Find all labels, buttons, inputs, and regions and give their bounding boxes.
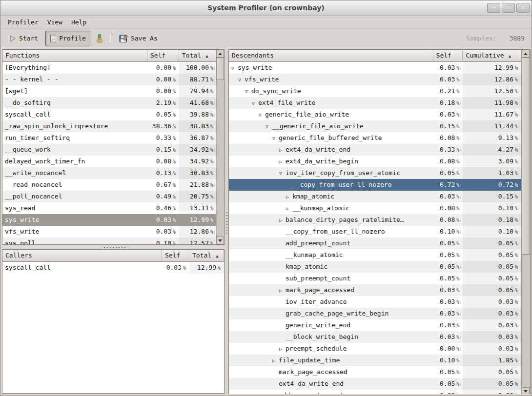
tree-row[interactable]: ▷ext4_da_write_end0.33%4.27% xyxy=(229,144,521,156)
titlebar[interactable]: System Profiler (on crownbay) – □ ✕ xyxy=(0,0,532,16)
tree-row[interactable]: ▽do_sync_write0.21%12.50% xyxy=(229,85,521,97)
tree-row[interactable]: ▷balance_dirty_pages_ratelimite…0.08%0.1… xyxy=(229,214,521,226)
tree-row[interactable]: ▽sys_write0.03%12.99% xyxy=(229,62,521,74)
menu-view[interactable]: View xyxy=(43,17,67,27)
table-row[interactable]: __poll_nocancel0.49%20.75% xyxy=(2,191,224,202)
expander-closed-icon[interactable]: ▷ xyxy=(279,144,286,156)
percent-cell: 0.08% xyxy=(147,156,179,167)
self-column-header[interactable]: Self xyxy=(147,50,179,62)
tree-row[interactable]: ▽vfs_write0.03%12.86% xyxy=(229,74,521,85)
tree-row[interactable]: kmap_atomic0.05%0.05% xyxy=(229,261,521,273)
tree-row[interactable]: ▽generic_file_aio_write0.03%11.67% xyxy=(229,109,521,120)
menu-profiler[interactable]: Profiler xyxy=(3,17,43,27)
expander-closed-icon[interactable]: ▷ xyxy=(286,191,292,202)
table-row[interactable]: __write_nocancel0.13%30.83% xyxy=(2,167,224,179)
start-button[interactable]: Start xyxy=(4,31,42,46)
percent-sign: % xyxy=(173,65,176,71)
descendant-label: iov_iter_copy_from_user_atomic xyxy=(286,169,400,177)
expander-closed-icon[interactable]: ▷ xyxy=(279,285,286,296)
maximize-button[interactable]: □ xyxy=(502,3,515,13)
tree-row[interactable]: __copy_from_user_ll_nozero0.72%0.72% xyxy=(229,179,521,191)
menu-help[interactable]: Help xyxy=(67,17,91,27)
expander-open-icon[interactable]: ▽ xyxy=(231,62,238,74)
percent-cell: 0.46% xyxy=(147,202,179,214)
callers-column-header[interactable]: Callers xyxy=(2,250,162,262)
tree-indent xyxy=(231,128,266,128)
scroll-up-icon[interactable] xyxy=(216,50,224,58)
scroll-down-icon[interactable] xyxy=(216,237,224,244)
expander-closed-icon[interactable]: ▷ xyxy=(279,156,286,167)
self-column-header[interactable]: Self xyxy=(433,50,463,62)
expander-closed-icon[interactable]: ▷ xyxy=(279,343,286,355)
table-row[interactable]: __read_nocancel0.67%21.88% xyxy=(2,179,224,191)
minimize-button[interactable]: – xyxy=(487,3,500,13)
save-as-button[interactable]: Save As xyxy=(115,31,162,46)
expander-open-icon[interactable]: ▽ xyxy=(245,86,251,97)
self-column-header[interactable]: Self xyxy=(162,250,189,262)
tree-row[interactable]: ▽ext4_file_write0.18%11.98% xyxy=(229,97,521,109)
descendants-scrollbar[interactable] xyxy=(521,50,530,395)
expander-open-icon[interactable]: ▽ xyxy=(279,168,286,179)
tree-row[interactable]: ▷preempt_schedule0.00%0.03% xyxy=(229,343,521,355)
tree-row[interactable]: ext4_da_write_end0.05%0.05% xyxy=(229,378,521,390)
tree-row[interactable]: ▽iov_iter_copy_from_user_atomic0.05%1.03… xyxy=(229,167,521,179)
table-row[interactable]: run_timer_softirq0.33%36.87% xyxy=(2,132,224,144)
functions-scrollbar-thumb[interactable] xyxy=(216,58,224,80)
table-row[interactable]: sys_poll0.10%12.57% xyxy=(2,238,224,244)
cumulative-column-header[interactable]: Cumulative▲ xyxy=(463,50,521,62)
tree-row[interactable]: sub_preempt_count0.05%0.05% xyxy=(229,273,521,284)
table-row[interactable]: __queue_work0.15%34.92% xyxy=(2,144,224,156)
tree-row[interactable]: ▽generic_file_buffered_write0.08%9.13% xyxy=(229,132,521,144)
tree-row[interactable]: __block_write_begin0.03%0.03% xyxy=(229,331,521,343)
vertical-pane-splitter[interactable] xyxy=(225,49,228,396)
table-row[interactable]: _raw_spin_unlock_irqrestore38.36%38.83% xyxy=(2,120,224,132)
expander-closed-icon[interactable]: ▷ xyxy=(279,215,286,226)
scroll-up-icon[interactable] xyxy=(522,50,530,58)
tree-row[interactable]: ▽__generic_file_aio_write0.15%11.44% xyxy=(229,120,521,132)
expander-open-icon[interactable]: ▽ xyxy=(259,109,265,120)
table-row[interactable]: delayed_work_timer_fn0.08%34.92% xyxy=(2,156,224,167)
functions-column-header[interactable]: Functions xyxy=(2,50,147,62)
table-row[interactable]: sys_read0.46%13.11% xyxy=(2,202,224,214)
tree-row[interactable]: iov_iter_advance0.03%0.03% xyxy=(229,296,521,308)
table-row[interactable]: [wget]0.00%79.94% xyxy=(2,85,224,97)
descendants-column-header[interactable]: Descendants xyxy=(229,50,433,62)
total-column-header[interactable]: Total▲ xyxy=(179,50,217,62)
expander-open-icon[interactable]: ▽ xyxy=(238,74,245,85)
table-row[interactable]: vfs_write0.03%12.86% xyxy=(2,226,224,238)
tree-row[interactable]: __kunmap_atomic0.05%0.05% xyxy=(229,249,521,261)
total-column-header[interactable]: Total▲ xyxy=(189,250,224,262)
tree-row[interactable]: ▷kmap_atomic0.03%0.15% xyxy=(229,191,521,202)
profile-toggle-button[interactable]: Profile xyxy=(45,31,90,46)
tree-row[interactable]: add_preempt_count0.05%0.05% xyxy=(229,238,521,249)
table-row[interactable]: - - kernel - -0.00%88.71% xyxy=(2,74,224,85)
table-row[interactable]: syscall_call0.05%39.88% xyxy=(2,109,224,120)
tree-row[interactable]: generic_write_end0.03%0.03% xyxy=(229,319,521,331)
tree-row[interactable]: ▷mark_page_accessed0.03%0.05% xyxy=(229,284,521,296)
tree-indent xyxy=(231,350,279,351)
tree-row[interactable]: __copy_from_user_ll_nozero0.10%0.10% xyxy=(229,226,521,238)
tree-row[interactable]: ▷__kunmap_atomic0.08%0.10% xyxy=(229,202,521,214)
table-row[interactable]: [Everything]0.00%100.00% xyxy=(2,62,224,74)
close-button[interactable]: ✕ xyxy=(516,3,530,13)
expander-closed-icon[interactable]: ▷ xyxy=(272,355,279,366)
expander-closed-icon[interactable]: ▷ xyxy=(286,203,292,214)
horizontal-pane-splitter[interactable] xyxy=(2,245,225,249)
function-name: __do_softirq xyxy=(2,97,147,109)
table-row[interactable]: __do_softirq2.19%41.68% xyxy=(2,97,224,109)
tree-row[interactable]: mark_page_accessed0.05%0.05% xyxy=(229,366,521,378)
expander-open-icon[interactable]: ▽ xyxy=(252,98,258,109)
expander-open-icon[interactable]: ▽ xyxy=(272,133,279,144)
reset-button[interactable] xyxy=(92,31,107,46)
tree-row[interactable]: grab_cache_page_write_begin0.03%0.03% xyxy=(229,308,521,319)
table-row[interactable]: syscall_call0.03%12.99% xyxy=(2,262,224,274)
table-row[interactable]: sys_write0.03%12.99% xyxy=(2,214,224,226)
descendant-name: ▽sys_write xyxy=(229,62,433,74)
descendants-scrollbar-thumb[interactable] xyxy=(522,58,530,255)
functions-scrollbar[interactable] xyxy=(216,50,224,244)
descendant-name: __kunmap_atomic xyxy=(229,249,433,261)
expander-open-icon[interactable]: ▽ xyxy=(266,121,272,132)
percent-sign: % xyxy=(515,194,518,199)
tree-row[interactable]: ▷ext4_da_write_begin0.08%3.09% xyxy=(229,156,521,167)
tree-row[interactable]: ▷file_update_time0.10%1.85% xyxy=(229,355,521,366)
